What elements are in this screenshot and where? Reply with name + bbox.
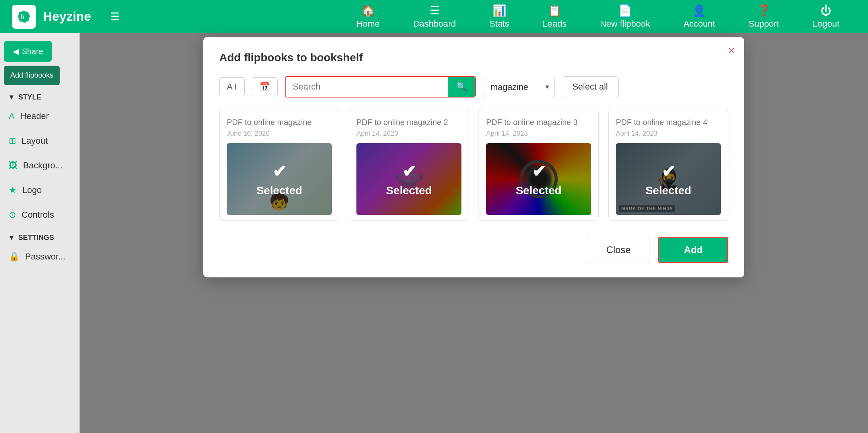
home-icon: 🏠 (361, 4, 375, 17)
settings-section-header: ▼ SETTINGS (0, 227, 80, 244)
add-button[interactable]: Add (658, 237, 728, 263)
leads-icon: 📋 (548, 4, 562, 17)
flipbook-date-4: April 14, 2023 (616, 130, 721, 138)
calendar-button[interactable]: 📅 (252, 77, 278, 96)
svg-text:h: h (21, 14, 25, 20)
flipbook-thumb-1: 🧒 ✔ Selected (227, 143, 332, 215)
nav-new-flipbook[interactable]: 📄 New flipbook (583, 4, 667, 29)
nav-support[interactable]: ❓ Support (732, 4, 796, 29)
selected-overlay-3: ✔ Selected (486, 143, 591, 215)
top-navigation: h Heyzine ☰ 🏠 Home ☰ Dashboard 📊 Stats 📋… (0, 0, 868, 33)
select-all-button[interactable]: Select all (562, 76, 619, 97)
flipbook-thumb-2: 👾 ✔ Selected (356, 143, 461, 215)
dashboard-icon: ☰ (430, 4, 440, 17)
sidebar-item-controls[interactable]: ⊙ Controls (0, 203, 80, 227)
search-input[interactable] (286, 77, 448, 97)
chevron-down-icon: ▼ (8, 93, 15, 101)
search-button[interactable]: 🔍 (448, 77, 475, 97)
style-section-header: ▼ STYLE (0, 87, 80, 104)
flipbook-title-3: PDF to online magazine 3 (486, 117, 591, 127)
password-lock-icon: 🔒 (9, 252, 19, 262)
search-box: 🔍 (285, 76, 476, 98)
nav-leads[interactable]: 📋 Leads (526, 4, 583, 29)
nav-stats[interactable]: 📊 Stats (473, 4, 526, 29)
check-icon-4: ✔ (662, 162, 675, 181)
share-arrow-icon: ◀ (13, 47, 19, 56)
nav-logout[interactable]: ⏻ Logout (796, 4, 856, 29)
check-icon-3: ✔ (532, 162, 546, 181)
chevron-down-settings-icon: ▼ (8, 234, 15, 242)
calendar-icon: 📅 (259, 82, 270, 92)
stats-icon: 📊 (492, 4, 506, 17)
header-text-icon: A (9, 111, 15, 121)
share-button[interactable]: ◀ Share (4, 41, 52, 62)
account-icon: 👤 (692, 4, 706, 17)
new-flipbook-icon: 📄 (618, 4, 632, 17)
filter-select[interactable]: magazine flipbook all (483, 77, 555, 97)
flipbook-card-3[interactable]: PDF to online magazine 3 April 14, 2023 … (479, 109, 599, 221)
main-content: Add flipbooks to bookshelf × A I 📅 🔍 (80, 33, 868, 433)
flipbook-card-2[interactable]: PDF to online magazine 2 April 14, 2023 … (349, 109, 469, 221)
text-size-button[interactable]: A I (219, 77, 245, 96)
logo-area: h Heyzine ☰ (12, 5, 119, 29)
text-size-icon: A I (227, 82, 237, 92)
flipbook-grid: PDF to online magazine June 16, 2020 🧒 ✔… (219, 109, 728, 221)
support-icon: ❓ (757, 4, 771, 17)
modal-footer: Close Add (219, 237, 728, 263)
selected-label-3: Selected (516, 184, 561, 197)
nav-home[interactable]: 🏠 Home (340, 4, 397, 29)
flipbook-date-3: April 14, 2023 (486, 130, 591, 138)
filter-select-wrapper: magazine flipbook all (483, 77, 555, 97)
modal-title: Add flipbooks to bookshelf (219, 51, 728, 64)
logout-icon: ⏻ (820, 4, 831, 17)
selected-label-4: Selected (645, 184, 691, 197)
selected-overlay-4: ✔ Selected (616, 143, 721, 215)
flipbook-card-4[interactable]: PDF to online magazine 4 April 14, 2023 … (608, 109, 728, 221)
add-flipbooks-button[interactable]: Add flipbooks (4, 66, 60, 85)
sidebar: ◀ Share Add flipbooks ▼ STYLE A Header ⊞… (0, 33, 80, 433)
sidebar-item-background[interactable]: 🖼 Backgro... (0, 153, 80, 178)
hamburger-icon[interactable]: ☰ (110, 10, 119, 23)
logo-icon: h (12, 5, 36, 29)
controls-toggle-icon: ⊙ (9, 210, 16, 220)
sidebar-item-logo[interactable]: ★ Logo (0, 178, 80, 203)
nav-links: 🏠 Home ☰ Dashboard 📊 Stats 📋 Leads 📄 New… (340, 4, 856, 29)
sidebar-item-layout[interactable]: ⊞ Layout (0, 129, 80, 153)
flipbook-title-2: PDF to online magazine 2 (356, 117, 461, 127)
layout-body: ◀ Share Add flipbooks ▼ STYLE A Header ⊞… (0, 33, 868, 433)
flipbook-card-1[interactable]: PDF to online magazine June 16, 2020 🧒 ✔… (219, 109, 339, 221)
close-button[interactable]: Close (587, 237, 650, 263)
check-icon-1: ✔ (272, 162, 286, 181)
selected-label-2: Selected (386, 184, 432, 197)
modal-close-button[interactable]: × (728, 44, 735, 57)
selected-overlay-1: ✔ Selected (227, 143, 332, 215)
flipbook-title-1: PDF to online magazine (227, 117, 332, 127)
flipbook-date-1: June 16, 2020 (227, 130, 332, 138)
flipbook-date-2: April 14, 2023 (356, 130, 461, 138)
logo-star-icon: ★ (9, 185, 17, 195)
flipbook-thumb-3: ✔ Selected (486, 143, 591, 215)
modal-overlay: Add flipbooks to bookshelf × A I 📅 🔍 (80, 33, 868, 433)
sidebar-item-password[interactable]: 🔒 Passwor... (0, 244, 80, 269)
modal-toolbar: A I 📅 🔍 magazine flipbook (219, 76, 728, 98)
layout-icon: ⊞ (9, 136, 16, 146)
selected-label-1: Selected (256, 184, 302, 197)
nav-dashboard[interactable]: ☰ Dashboard (396, 4, 473, 29)
flipbook-thumb-4: 🥷 MARK OF THE NINJA ✔ Selected (616, 143, 721, 215)
add-flipbooks-modal: Add flipbooks to bookshelf × A I 📅 🔍 (203, 37, 744, 277)
sidebar-item-header[interactable]: A Header (0, 104, 80, 129)
brand-name: Heyzine (43, 9, 91, 24)
nav-account[interactable]: 👤 Account (667, 4, 732, 29)
check-icon-2: ✔ (402, 162, 416, 181)
selected-overlay-2: ✔ Selected (356, 143, 461, 215)
flipbook-title-4: PDF to online magazine 4 (616, 117, 721, 127)
search-icon: 🔍 (456, 82, 467, 92)
background-icon: 🖼 (9, 160, 18, 171)
